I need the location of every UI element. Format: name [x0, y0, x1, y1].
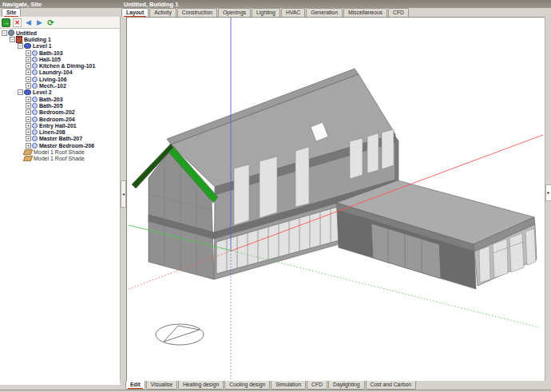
roof-shade-icon	[23, 156, 34, 161]
tree-item-zone[interactable]: +Bath-203	[0, 96, 119, 102]
tree-item-zone[interactable]: +Hall-105	[0, 56, 119, 62]
tab-site[interactable]: Site	[2, 8, 21, 17]
zone-icon	[32, 129, 38, 135]
expand-icon[interactable]: +	[26, 57, 31, 62]
garage[interactable]	[336, 180, 537, 289]
panel-splitter[interactable]: ◄	[121, 17, 126, 385]
expand-icon[interactable]: +	[26, 117, 31, 122]
zone-icon	[32, 57, 38, 62]
collapse-icon[interactable]: −	[10, 37, 15, 42]
tree-item-zone[interactable]: +Entry Hall-201	[0, 122, 119, 129]
tree-item-zone[interactable]: +Bedroom-204	[0, 116, 119, 122]
level-icon	[24, 89, 31, 95]
expand-icon[interactable]: +	[26, 143, 31, 148]
house-right-end	[395, 137, 398, 184]
tab-heating-design[interactable]: Heating design	[178, 381, 224, 390]
tab-edit[interactable]: Edit	[125, 381, 145, 390]
navigator-panel: → ✕ ◀ ▶ ⟳ −Untitled −Building 1 −Level 1…	[0, 17, 121, 385]
tree-item-zone[interactable]: +Linen-208	[0, 129, 119, 135]
tab-construction[interactable]: Construction	[177, 8, 217, 17]
tree-item-zone[interactable]: +Master Bath-207	[0, 136, 119, 142]
left-panel-title: Navigate, Site	[2, 1, 42, 8]
tree-item-roof-shade[interactable]: Model 1 Roof Shade	[0, 156, 119, 162]
title-bar: Navigate, Site Untitled, Building 1	[0, 0, 551, 8]
tree-item-roof-shade[interactable]: Model 1 Roof Shade	[0, 148, 119, 155]
zone-icon	[32, 109, 38, 115]
tab-activity[interactable]: Activity	[149, 8, 176, 17]
expand-icon[interactable]: +	[26, 50, 31, 56]
roof-shade-icon	[23, 149, 34, 155]
model-canvas[interactable]	[127, 18, 545, 382]
collapse-icon[interactable]: −	[18, 89, 23, 95]
expand-icon[interactable]: +	[26, 103, 31, 109]
expand-icon[interactable]: +	[26, 77, 31, 82]
zone-icon	[32, 136, 38, 141]
tree-item-building[interactable]: −Building 1	[0, 36, 119, 42]
expand-icon[interactable]: +	[26, 109, 31, 115]
zone-icon	[32, 83, 38, 89]
north-arrow-compass	[156, 324, 204, 345]
tab-openings[interactable]: Openings	[218, 8, 251, 17]
tree-item-level1[interactable]: −Level 1	[0, 43, 119, 49]
tab-cooling-design[interactable]: Cooling design	[224, 381, 270, 390]
back-icon[interactable]: ◀	[24, 18, 33, 27]
expand-icon[interactable]: +	[26, 123, 31, 129]
expand-icon[interactable]: +	[26, 83, 31, 89]
tab-visualise[interactable]: Visualise	[146, 381, 177, 390]
zone-icon	[32, 123, 38, 129]
collapse-icon[interactable]: −	[2, 30, 7, 36]
level-icon	[24, 43, 31, 49]
model-viewport[interactable]	[126, 17, 545, 381]
expand-icon[interactable]: +	[26, 63, 31, 69]
expand-right-panel-icon[interactable]: ►	[545, 184, 551, 201]
main-panel-title: Untitled, Building 1	[124, 1, 178, 8]
tree-item-zone[interactable]: +Kitchen & Dining-101	[0, 62, 119, 69]
expand-icon[interactable]: +	[26, 129, 31, 135]
tab-cfd-bottom[interactable]: CFD	[307, 381, 327, 390]
tab-cost-and-carbon[interactable]: Cost and Carbon	[366, 381, 416, 390]
tab-miscellaneous[interactable]: Miscellaneous	[343, 8, 387, 17]
zone-icon	[32, 77, 38, 82]
screen-tabstrip: Edit Visualise Heating design Cooling de…	[120, 381, 551, 390]
site-icon	[8, 30, 14, 36]
tab-lighting[interactable]: Lighting	[252, 8, 280, 17]
tree-item-zone[interactable]: +Bath-103	[0, 49, 119, 56]
right-collapsed-panel[interactable]: ►	[545, 17, 551, 381]
tree-item-zone[interactable]: +Bath-205	[0, 102, 119, 109]
building-icon	[16, 36, 22, 43]
expand-icon[interactable]: +	[26, 97, 31, 102]
go-to-icon[interactable]: →	[2, 18, 10, 27]
tab-generation[interactable]: Generation	[306, 8, 343, 17]
tab-layout[interactable]: Layout	[121, 8, 149, 17]
expand-icon[interactable]: +	[26, 136, 31, 141]
tree-item-zone[interactable]: +Master Bedroom-206	[0, 142, 119, 148]
zone-icon	[32, 97, 38, 102]
navigator-toolbar: → ✕ ◀ ▶ ⟳	[0, 17, 120, 29]
tree-item-level2[interactable]: −Level 2	[0, 89, 119, 96]
tree-item-zone[interactable]: +Laundry-104	[0, 69, 119, 76]
zone-icon	[32, 117, 38, 122]
forward-icon[interactable]: ▶	[35, 18, 44, 27]
tab-daylighting[interactable]: Daylighting	[328, 381, 365, 390]
expand-icon[interactable]: +	[26, 69, 31, 75]
zone-icon	[32, 103, 38, 109]
zone-icon	[32, 143, 38, 148]
tree-item-zone[interactable]: +Mech.-102	[0, 82, 119, 89]
tree-item-zone[interactable]: +Living-106	[0, 76, 119, 82]
refresh-icon[interactable]: ⟳	[46, 18, 55, 27]
tree-item-zone[interactable]: +Bedroom-202	[0, 109, 119, 116]
zone-icon	[32, 63, 38, 69]
zone-icon	[32, 50, 38, 56]
tab-cfd-top[interactable]: CFD	[388, 8, 409, 17]
tab-simulation[interactable]: Simulation	[271, 381, 306, 390]
collapse-left-panel-icon[interactable]: ◄	[121, 180, 126, 208]
tab-hvac[interactable]: HVAC	[281, 8, 305, 17]
site-tree: −Untitled −Building 1 −Level 1 +Bath-103…	[0, 30, 119, 384]
delete-icon[interactable]: ✕	[13, 18, 22, 27]
collapse-icon[interactable]: −	[18, 43, 23, 49]
zone-icon	[32, 69, 38, 75]
